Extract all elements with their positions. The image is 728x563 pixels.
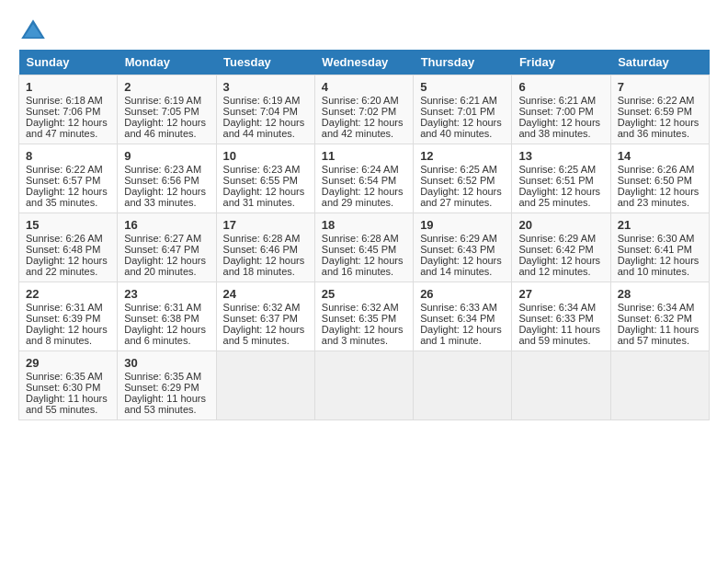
col-header-wednesday: Wednesday [314,50,413,75]
empty-cell [314,351,413,420]
sunset-text: Sunset: 6:38 PM [124,313,199,324]
daylight-text: Daylight: 12 hours and 16 minutes. [322,255,404,277]
daylight-text: Daylight: 12 hours and 10 minutes. [618,255,700,277]
day-number: 27 [518,287,603,301]
sunset-text: Sunset: 6:50 PM [618,175,692,186]
daylight-text: Daylight: 12 hours and 6 minutes. [124,324,206,346]
day-number: 3 [223,80,308,94]
day-number: 19 [420,218,505,232]
day-cell-19: 19Sunrise: 6:29 AMSunset: 6:43 PMDayligh… [414,213,512,282]
day-number: 17 [223,218,308,232]
sunrise-text: Sunrise: 6:28 AM [322,233,399,244]
daylight-text: Daylight: 12 hours and 3 minutes. [322,324,404,346]
sunset-text: Sunset: 6:33 PM [518,313,593,324]
sunset-text: Sunset: 7:06 PM [26,106,100,117]
sunrise-text: Sunrise: 6:19 AM [124,95,201,106]
day-number: 7 [618,80,702,94]
day-cell-23: 23Sunrise: 6:31 AMSunset: 6:38 PMDayligh… [118,282,216,351]
sunset-text: Sunset: 7:00 PM [518,106,593,117]
sunrise-text: Sunrise: 6:24 AM [322,164,399,175]
daylight-text: Daylight: 11 hours and 55 minutes. [26,393,108,415]
day-cell-2: 2Sunrise: 6:19 AMSunset: 7:05 PMDaylight… [118,75,216,144]
daylight-text: Daylight: 12 hours and 46 minutes. [124,117,206,139]
sunset-text: Sunset: 6:56 PM [124,175,199,186]
day-cell-3: 3Sunrise: 6:19 AMSunset: 7:04 PMDaylight… [216,75,314,144]
sunrise-text: Sunrise: 6:31 AM [26,302,103,313]
sunset-text: Sunset: 6:37 PM [223,313,298,324]
sunrise-text: Sunrise: 6:26 AM [26,233,103,244]
sunset-text: Sunset: 6:55 PM [223,175,298,186]
sunrise-text: Sunrise: 6:23 AM [223,164,301,175]
sunset-text: Sunset: 6:32 PM [618,313,692,324]
col-header-sunday: Sunday [19,50,118,75]
day-number: 29 [26,356,110,370]
day-cell-12: 12Sunrise: 6:25 AMSunset: 6:52 PMDayligh… [414,144,512,213]
sunset-text: Sunset: 7:02 PM [322,106,396,117]
day-cell-4: 4Sunrise: 6:20 AMSunset: 7:02 PMDaylight… [314,75,413,144]
sunrise-text: Sunrise: 6:20 AM [322,95,399,106]
calendar-table: SundayMondayTuesdayWednesdayThursdayFrid… [18,50,710,420]
sunset-text: Sunset: 6:29 PM [124,382,199,393]
day-number: 6 [518,80,603,94]
day-cell-17: 17Sunrise: 6:28 AMSunset: 6:46 PMDayligh… [216,213,314,282]
week-row-1: 1Sunrise: 6:18 AMSunset: 7:06 PMDaylight… [19,75,710,144]
sunrise-text: Sunrise: 6:22 AM [618,95,695,106]
day-number: 8 [26,149,110,163]
empty-cell [414,351,512,420]
sunrise-text: Sunrise: 6:25 AM [518,164,596,175]
empty-cell [216,351,314,420]
daylight-text: Daylight: 11 hours and 57 minutes. [618,324,700,346]
day-number: 20 [518,218,603,232]
sunrise-text: Sunrise: 6:27 AM [124,233,201,244]
sunrise-text: Sunrise: 6:31 AM [124,302,201,313]
day-cell-1: 1Sunrise: 6:18 AMSunset: 7:06 PMDaylight… [19,75,118,144]
sunset-text: Sunset: 6:42 PM [518,244,593,255]
daylight-text: Daylight: 12 hours and 20 minutes. [124,255,206,277]
daylight-text: Daylight: 12 hours and 5 minutes. [223,324,305,346]
day-number: 4 [322,80,406,94]
daylight-text: Daylight: 12 hours and 40 minutes. [420,117,502,139]
sunrise-text: Sunrise: 6:19 AM [223,95,301,106]
daylight-text: Daylight: 11 hours and 53 minutes. [124,393,206,415]
daylight-text: Daylight: 12 hours and 18 minutes. [223,255,305,277]
daylight-text: Daylight: 12 hours and 38 minutes. [518,117,600,139]
daylight-text: Daylight: 12 hours and 36 minutes. [618,117,700,139]
daylight-text: Daylight: 12 hours and 29 minutes. [322,186,404,208]
sunset-text: Sunset: 7:01 PM [420,106,495,117]
day-cell-22: 22Sunrise: 6:31 AMSunset: 6:39 PMDayligh… [19,282,118,351]
daylight-text: Daylight: 12 hours and 12 minutes. [518,255,600,277]
day-cell-20: 20Sunrise: 6:29 AMSunset: 6:42 PMDayligh… [512,213,610,282]
header [18,17,710,46]
sunset-text: Sunset: 6:30 PM [26,382,100,393]
sunrise-text: Sunrise: 6:33 AM [420,302,497,313]
day-number: 14 [618,149,702,163]
day-cell-7: 7Sunrise: 6:22 AMSunset: 6:59 PMDaylight… [610,75,709,144]
daylight-text: Daylight: 12 hours and 42 minutes. [322,117,404,139]
daylight-text: Daylight: 11 hours and 59 minutes. [518,324,600,346]
day-cell-29: 29Sunrise: 6:35 AMSunset: 6:30 PMDayligh… [19,351,118,420]
daylight-text: Daylight: 12 hours and 47 minutes. [26,117,108,139]
day-cell-9: 9Sunrise: 6:23 AMSunset: 6:56 PMDaylight… [118,144,216,213]
empty-cell [512,351,610,420]
col-header-saturday: Saturday [610,50,709,75]
day-number: 26 [420,287,505,301]
day-number: 9 [124,149,209,163]
day-cell-13: 13Sunrise: 6:25 AMSunset: 6:51 PMDayligh… [512,144,610,213]
sunset-text: Sunset: 6:39 PM [26,313,100,324]
day-number: 16 [124,218,209,232]
sunset-text: Sunset: 6:43 PM [420,244,495,255]
main-container: SundayMondayTuesdayWednesdayThursdayFrid… [0,0,728,430]
col-header-thursday: Thursday [414,50,512,75]
logo [18,17,51,46]
sunset-text: Sunset: 6:48 PM [26,244,100,255]
day-cell-15: 15Sunrise: 6:26 AMSunset: 6:48 PMDayligh… [19,213,118,282]
sunset-text: Sunset: 6:34 PM [420,313,495,324]
day-number: 12 [420,149,505,163]
sunrise-text: Sunrise: 6:35 AM [124,371,201,382]
sunrise-text: Sunrise: 6:29 AM [420,233,497,244]
sunset-text: Sunset: 6:54 PM [322,175,396,186]
daylight-text: Daylight: 12 hours and 14 minutes. [420,255,502,277]
day-cell-10: 10Sunrise: 6:23 AMSunset: 6:55 PMDayligh… [216,144,314,213]
sunrise-text: Sunrise: 6:35 AM [26,371,103,382]
day-cell-30: 30Sunrise: 6:35 AMSunset: 6:29 PMDayligh… [118,351,216,420]
